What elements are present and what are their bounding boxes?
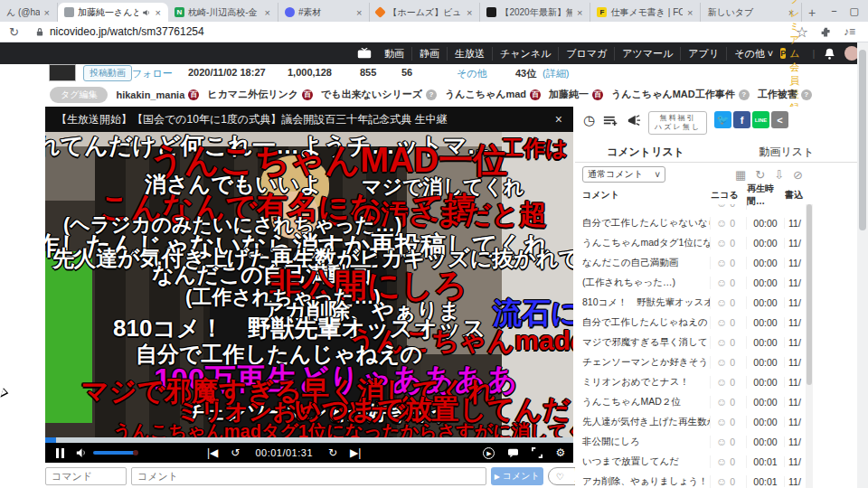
- nicoru-smiley-icon[interactable]: ☺: [716, 296, 727, 309]
- nicoru-cell[interactable]: ☺0: [711, 455, 747, 468]
- comment-row[interactable]: 自分で工作したんじゃないなら消す…☺000:0011/: [575, 213, 806, 233]
- tab-active-nicovideo[interactable]: 加藤純一さんと ×: [58, 3, 168, 22]
- comment-row[interactable]: 非公開にしろ☺000:0011/: [575, 432, 806, 452]
- nicoru-cell[interactable]: ☺0: [711, 436, 747, 448]
- tab-close-icon[interactable]: ×: [466, 7, 473, 18]
- comment-row[interactable]: 自分で工作したんじゃねえの☺000:0011/: [575, 313, 806, 333]
- nicopedia-question-icon[interactable]: ?: [739, 89, 750, 100]
- comment-row[interactable]: ☺0: [575, 204, 806, 213]
- maximize-button[interactable]: ▢: [850, 5, 859, 17]
- nicoru-smiley-icon[interactable]: ☺: [716, 257, 727, 269]
- command-input[interactable]: [45, 467, 127, 485]
- comment-row[interactable]: なんだこの自己満動画☺000:0011/: [575, 253, 806, 273]
- tab-close-icon[interactable]: ×: [155, 7, 162, 18]
- nicoru-smiley-icon[interactable]: ☺: [716, 237, 727, 249]
- tag-item[interactable]: 加藤純一百: [549, 88, 603, 101]
- nicopedia-badge-icon[interactable]: 百: [530, 89, 541, 100]
- comment-mute-icon[interactable]: ⊘: [793, 168, 803, 182]
- nav-item[interactable]: 動画: [377, 47, 412, 61]
- volume-icon[interactable]: [76, 447, 88, 458]
- nicoru-smiley-icon[interactable]: ☺: [716, 316, 727, 329]
- calendar-icon[interactable]: ▦: [735, 168, 746, 182]
- rewind-10s-icon[interactable]: ↺: [231, 447, 240, 458]
- nicoru-cell[interactable]: ☺0: [711, 336, 747, 349]
- comment-toggle-icon[interactable]: [507, 448, 519, 458]
- tab-close-icon[interactable]: ×: [264, 7, 271, 18]
- nicoru-cell[interactable]: ☺0: [711, 257, 747, 269]
- niconico-tv-icon[interactable]: [357, 48, 372, 60]
- page-scrollbar[interactable]: [857, 42, 868, 488]
- skip-start-icon[interactable]: |◀: [207, 447, 218, 458]
- other-link[interactable]: その他: [457, 67, 487, 80]
- history-clock-icon[interactable]: ◷: [583, 111, 595, 129]
- comment-row[interactable]: ミリオンおめでとナス！☺000:0011/: [575, 372, 806, 392]
- nicoru-smiley-icon[interactable]: ☺: [716, 336, 727, 349]
- comment-submit-button[interactable]: ▶ コメント: [491, 467, 543, 485]
- reload-icon[interactable]: ↻: [9, 25, 19, 39]
- nicopedia-question-icon[interactable]: ?: [426, 89, 437, 100]
- tag-item[interactable]: 工作被害?: [758, 88, 812, 101]
- comment-input[interactable]: [131, 467, 486, 485]
- comment-row[interactable]: うんこちゃんMAD２位☺000:0011/: [575, 392, 806, 412]
- rank-detail-link[interactable]: (詳細): [542, 67, 569, 80]
- tag-edit-button[interactable]: タグ編集: [50, 87, 108, 103]
- overlay-close-icon[interactable]: ×: [555, 112, 562, 127]
- refresh-icon[interactable]: ↻: [755, 168, 765, 182]
- tag-item[interactable]: ヒカマニ外伝リンク百: [207, 88, 313, 101]
- nicoru-cell[interactable]: ☺0: [711, 204, 747, 210]
- video-player[interactable]: 【生放送開始】【国会での10年に1度の式典】議会開設百三十年記念式典 生中継 ×…: [45, 107, 573, 463]
- line-share-button[interactable]: LINE: [752, 111, 769, 128]
- tab-sozai[interactable]: #素材 ×: [278, 3, 370, 22]
- nicoru-smiley-icon[interactable]: ☺: [716, 376, 727, 389]
- media-control-icon[interactable]: ♪≡: [844, 25, 855, 38]
- nicoru-cell[interactable]: ☺0: [711, 296, 747, 309]
- nicoru-smiley-icon[interactable]: ☺: [716, 217, 727, 230]
- nicoru-cell[interactable]: ☺0: [711, 277, 747, 289]
- video-screen[interactable]: れてんだけど何これ一…ようチ…ットマ…工作はうんこちゃんMAD一位消さんでもいい…: [45, 132, 573, 437]
- comment-row[interactable]: アカ削除、やぁりましょう！☺000:0111/: [575, 472, 806, 488]
- tab-close-icon[interactable]: ×: [43, 7, 51, 18]
- resize-icon[interactable]: [532, 447, 542, 458]
- comment-list-scrollbar[interactable]: [806, 204, 813, 488]
- nicopedia-question-icon[interactable]: ?: [801, 89, 812, 100]
- tag-item[interactable]: うんこちゃんMAD工作事件?: [611, 88, 750, 101]
- nicoru-cell[interactable]: ☺0: [711, 396, 747, 408]
- tag-item[interactable]: でも出来ないシリーズ?: [321, 88, 437, 101]
- new-tab-button[interactable]: +: [802, 3, 822, 22]
- pause-button[interactable]: [56, 448, 65, 458]
- tab-2020[interactable]: 【2020年最新】無料 ×: [480, 3, 590, 22]
- url-field[interactable]: nicovideo.jp/watch/sm37761254: [26, 23, 213, 40]
- nav-item[interactable]: アツマール: [615, 47, 681, 61]
- nicoru-cell[interactable]: ☺0: [711, 237, 747, 249]
- nicopedia-badge-icon[interactable]: 百: [302, 89, 313, 100]
- settings-gear-icon[interactable]: ⚙: [555, 447, 565, 458]
- uploaded-videos-button[interactable]: 投稿動画: [83, 65, 132, 81]
- nicoru-smiley-icon[interactable]: ☺: [716, 356, 727, 369]
- nav-item[interactable]: ブロマガ: [559, 47, 615, 61]
- nicoru-smiley-icon[interactable]: ☺: [716, 277, 727, 289]
- tab-close-icon[interactable]: ×: [576, 7, 583, 18]
- repeat-icon[interactable]: ▶: [483, 447, 495, 459]
- nav-item[interactable]: 生放送: [448, 47, 493, 61]
- nicopedia-badge-icon[interactable]: 百: [592, 89, 603, 100]
- nav-item[interactable]: アプリ: [681, 47, 727, 61]
- nicoru-smiley-icon[interactable]: ☺: [716, 396, 727, 408]
- col-nicoru[interactable]: ニコる: [711, 189, 747, 202]
- share-button[interactable]: <: [771, 111, 788, 128]
- nicoru-smiley-icon[interactable]: ☺: [716, 416, 727, 428]
- nav-item[interactable]: その他 ˅: [727, 47, 780, 61]
- nicoru-cell[interactable]: ☺0: [711, 376, 747, 389]
- nicopedia-badge-icon[interactable]: 百: [188, 89, 199, 100]
- page-scrollthumb[interactable]: [859, 50, 866, 230]
- nicoru-cell[interactable]: ☺0: [711, 475, 747, 488]
- nicoru-cell[interactable]: ☺0: [711, 356, 747, 369]
- playlist-add-icon[interactable]: [603, 114, 618, 127]
- col-comment[interactable]: コメント: [575, 189, 711, 202]
- tab-comment-list[interactable]: コメントリスト: [575, 141, 716, 162]
- notification-bell-icon[interactable]: [824, 48, 835, 60]
- tab-close-icon[interactable]: ×: [686, 7, 693, 18]
- download-icon[interactable]: ⇩: [774, 168, 784, 182]
- tab-fon[interactable]: F 仕事メモ書き | FON ×: [590, 3, 701, 22]
- tab-audio-icon[interactable]: [142, 8, 151, 17]
- tab-close-icon[interactable]: ×: [355, 7, 363, 18]
